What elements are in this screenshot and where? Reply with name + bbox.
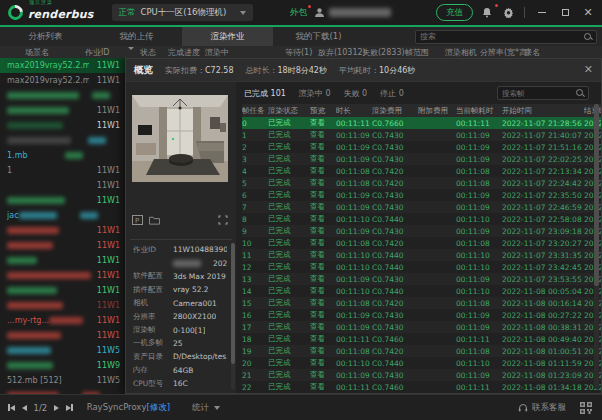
job-list-row[interactable]: 11W1 (0, 298, 125, 313)
frame-view-link[interactable]: 查看 (310, 310, 336, 320)
job-list-row[interactable]: 11W1 (0, 118, 125, 133)
outsource-link[interactable]: 外包 (290, 7, 307, 19)
job-list-row[interactable]: 1 11W1 (0, 163, 125, 178)
frame-row[interactable]: 21 已完成 查看 00:11:09 C0.7430 00:11:09 2022… (242, 369, 601, 381)
window-maximize-button[interactable] (557, 5, 573, 21)
frame-row[interactable]: 7 已完成 查看 00:11:09 C0.7430 00:11:09 2022-… (242, 201, 601, 213)
tab-item[interactable]: 我的上传 (91, 27, 182, 46)
frames-scrollbar-thumb[interactable] (594, 104, 599, 286)
frame-view-link[interactable]: 查看 (310, 118, 336, 128)
frame-view-link[interactable]: 查看 (310, 358, 336, 368)
first-page-button[interactable] (8, 404, 15, 411)
job-list-row[interactable]: max2019vray52.2.max-Cam... 11W1 (0, 73, 125, 88)
job-list-row[interactable]: jac (0, 208, 125, 223)
frame-row[interactable]: 18 已完成 查看 00:11:11 C0.7460 00:11:11 2022… (242, 333, 601, 345)
frame-row[interactable]: 0 已完成 查看 00:11:11 C0.7660 00:11:11 2022-… (242, 117, 601, 129)
frame-view-link[interactable]: 查看 (310, 142, 336, 152)
frame-view-link[interactable]: 查看 (310, 154, 336, 164)
window-minimize-button[interactable] (534, 5, 550, 21)
frame-row[interactable]: 1 已完成 查看 00:11:09 C0.7430 00:11:09 2022-… (242, 129, 601, 141)
frame-view-link[interactable]: 查看 (310, 334, 336, 344)
tab-item[interactable]: 我的下载(1) (273, 27, 364, 46)
frame-view-link[interactable]: 查看 (310, 382, 336, 392)
frame-view-link[interactable]: 查看 (310, 190, 336, 200)
frame-view-link[interactable]: 查看 (310, 274, 336, 284)
frame-view-link[interactable]: 查看 (310, 298, 336, 308)
job-list-row[interactable]: 1.mb (0, 148, 125, 163)
job-search-input[interactable] (416, 32, 584, 41)
photo-frame-icon[interactable]: P (132, 215, 143, 225)
statistics-dropdown[interactable]: 统计 (192, 402, 220, 414)
frame-filter[interactable]: 失败 0 (343, 88, 367, 99)
frame-row[interactable]: 5 已完成 查看 00:11:08 C0.7420 00:11:08 2022-… (242, 177, 601, 189)
frame-row[interactable]: 22 已完成 查看 00:11:11 C0.7460 00:11:11 2022… (242, 381, 601, 393)
tab-item[interactable]: 分析列表 (0, 27, 91, 46)
contact-support-button[interactable]: 联系客服 (518, 402, 566, 414)
recharge-button[interactable]: 充值 (436, 4, 473, 21)
frame-view-link[interactable]: 查看 (310, 166, 336, 176)
frame-filter[interactable]: 渲染中 0 (299, 88, 331, 99)
frame-row[interactable]: 14 已完成 查看 00:11:10 C0.7440 00:11:10 2022… (242, 285, 601, 297)
next-page-button[interactable] (54, 405, 59, 411)
job-search-box[interactable] (415, 30, 597, 44)
job-list-row[interactable]: ...my-rtg... 11W1 (0, 313, 125, 328)
last-page-button[interactable] (66, 404, 73, 411)
frame-row[interactable]: 15 已完成 查看 00:11:08 C0.7420 00:11:08 2022… (242, 297, 601, 309)
frame-view-link[interactable]: 查看 (310, 130, 336, 140)
job-list-row[interactable]: 11W1 (0, 328, 125, 343)
job-list-row[interactable]: 11W1 (0, 193, 125, 208)
fullscreen-expand-icon[interactable] (218, 215, 228, 225)
job-list-row[interactable]: 11W1 (0, 253, 125, 268)
frame-view-link[interactable]: 查看 (310, 178, 336, 188)
panel-close-icon[interactable]: ✕ (584, 63, 593, 76)
prev-page-button[interactable] (22, 405, 27, 411)
frame-view-link[interactable]: 查看 (310, 262, 336, 272)
job-list-row[interactable]: 11W1 (0, 283, 125, 298)
frame-row[interactable]: 20 已完成 查看 00:11:10 C0.7440 00:11:10 2022… (242, 357, 601, 369)
frame-view-link[interactable]: 查看 (310, 214, 336, 224)
frame-row[interactable]: 10 已完成 查看 00:11:08 C0.7420 00:11:08 2022… (242, 237, 601, 249)
qr-code-icon[interactable] (580, 402, 592, 414)
frame-view-link[interactable]: 查看 (310, 250, 336, 260)
tab-item[interactable]: 渲染作业 (182, 27, 273, 46)
render-preview-thumbnail[interactable] (132, 95, 228, 182)
job-list-row[interactable]: 11W1 (0, 238, 125, 253)
frame-filter[interactable]: 已完成 101 (244, 88, 286, 99)
frame-row[interactable]: 8 已完成 查看 00:11:10 C0.7440 00:11:10 2022-… (242, 213, 601, 225)
modify-transfer-link[interactable]: [修改] (146, 402, 170, 412)
job-list-row[interactable]: max2019vray52.2.max-Cam... 11W1 (0, 58, 125, 73)
frame-view-link[interactable]: 查看 (310, 322, 336, 332)
frame-view-link[interactable]: 查看 (310, 238, 336, 248)
job-list-row[interactable]: 11W1 (0, 103, 125, 118)
frame-view-link[interactable]: 查看 (310, 226, 336, 236)
frame-row[interactable]: 4 已完成 查看 00:11:08 C0.7420 00:11:08 2022-… (242, 165, 601, 177)
frame-view-link[interactable]: 查看 (310, 202, 336, 212)
frame-row[interactable]: 19 已完成 查看 00:11:08 C0.7420 00:11:08 2022… (242, 345, 601, 357)
job-list-row[interactable]: 11W1 (0, 268, 125, 283)
job-list-row[interactable]: 512.mb [512] 11W5 (0, 373, 125, 388)
job-id-sort-caret-icon[interactable] (128, 47, 134, 50)
folder-icon[interactable] (149, 215, 160, 225)
frame-row[interactable]: 12 已完成 查看 00:11:10 C0.7440 00:11:10 2022… (242, 261, 601, 273)
frame-row[interactable]: 2 已完成 查看 00:11:09 C0.7430 00:11:09 2022-… (242, 141, 601, 153)
job-list-row[interactable] (0, 88, 125, 103)
job-list-row[interactable]: 11W5 (0, 343, 125, 358)
notifications-bell-icon[interactable] (480, 6, 494, 20)
render-zone-select[interactable]: 正常 CPU十一区(16物理机) (112, 4, 254, 21)
job-list-row[interactable]: 11W1 (0, 178, 125, 193)
details-scrollbar-thumb[interactable] (231, 243, 235, 364)
frame-row[interactable]: 3 已完成 查看 00:11:09 C0.7430 00:11:09 2022-… (242, 153, 601, 165)
frame-row[interactable]: 13 已完成 查看 00:11:09 C0.7430 00:11:09 2022… (242, 273, 601, 285)
frame-row[interactable]: 6 已完成 查看 00:11:09 C0.7430 00:11:09 2022-… (242, 189, 601, 201)
frame-row[interactable]: 16 已完成 查看 00:11:09 C0.7430 00:11:09 2022… (242, 309, 601, 321)
frame-row[interactable]: 11 已完成 查看 00:11:10 C0.7440 00:11:10 2022… (242, 249, 601, 261)
frame-view-link[interactable]: 查看 (310, 286, 336, 296)
tab-overview[interactable]: 概览 (134, 64, 153, 77)
frame-view-link[interactable]: 查看 (310, 370, 336, 380)
settings-gear-icon[interactable] (501, 6, 515, 20)
frame-view-link[interactable]: 查看 (310, 346, 336, 356)
user-account[interactable] (314, 7, 391, 18)
frame-row[interactable]: 9 已完成 查看 00:11:09 C0.7430 00:11:09 2022-… (242, 225, 601, 237)
frame-search-input[interactable] (498, 89, 576, 98)
frame-row[interactable]: 17 已完成 查看 00:11:09 C0.7430 00:11:09 2022… (242, 321, 601, 333)
